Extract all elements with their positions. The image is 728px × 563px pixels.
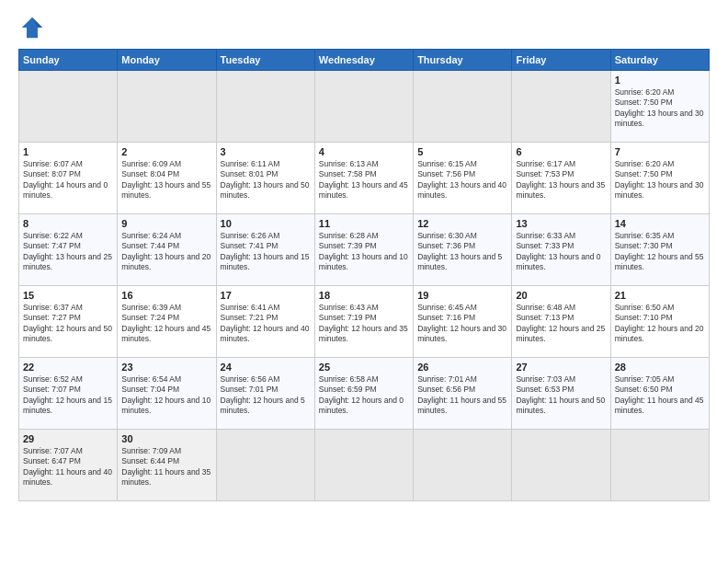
cell-info: Sunrise: 6:09 AM Sunset: 8:04 PM Dayligh… <box>121 159 211 201</box>
cell-info: Sunrise: 6:35 AM Sunset: 7:30 PM Dayligh… <box>615 231 705 273</box>
calendar-cell <box>216 71 314 143</box>
day-header-friday: Friday <box>512 50 610 71</box>
calendar-cell <box>19 71 118 143</box>
day-number: 4 <box>319 146 409 157</box>
cell-info: Sunrise: 6:58 AM Sunset: 6:59 PM Dayligh… <box>319 374 409 417</box>
calendar-cell: 25Sunrise: 6:58 AM Sunset: 6:59 PM Dayli… <box>314 358 413 430</box>
calendar-cell <box>512 430 610 501</box>
calendar-cell: 17Sunrise: 6:41 AM Sunset: 7:21 PM Dayli… <box>216 286 314 358</box>
day-number: 15 <box>23 290 113 301</box>
calendar-cell: 26Sunrise: 7:01 AM Sunset: 6:56 PM Dayli… <box>414 358 512 430</box>
day-number: 11 <box>319 218 409 229</box>
cell-info: Sunrise: 6:56 AM Sunset: 7:01 PM Dayligh… <box>221 374 311 417</box>
day-number: 28 <box>615 362 705 373</box>
day-number: 3 <box>221 146 311 157</box>
day-number: 14 <box>615 218 705 229</box>
day-header-tuesday: Tuesday <box>216 50 314 71</box>
cell-info: Sunrise: 6:20 AM Sunset: 7:50 PM Dayligh… <box>615 87 705 130</box>
day-header-sunday: Sunday <box>19 50 118 71</box>
calendar-cell <box>414 430 512 501</box>
week-row-3: 15Sunrise: 6:37 AM Sunset: 7:27 PM Dayli… <box>19 286 710 358</box>
calendar-page: SundayMondayTuesdayWednesdayThursdayFrid… <box>0 0 728 563</box>
week-row-5: 29Sunrise: 7:07 AM Sunset: 6:47 PM Dayli… <box>19 430 710 501</box>
day-number: 25 <box>319 362 409 373</box>
day-number: 29 <box>23 433 113 444</box>
cell-info: Sunrise: 6:50 AM Sunset: 7:10 PM Dayligh… <box>615 303 705 345</box>
cell-info: Sunrise: 7:05 AM Sunset: 6:50 PM Dayligh… <box>615 374 705 417</box>
day-number: 13 <box>516 218 606 229</box>
calendar-cell <box>414 71 512 143</box>
cell-info: Sunrise: 7:03 AM Sunset: 6:53 PM Dayligh… <box>516 374 606 417</box>
calendar-cell: 12Sunrise: 6:30 AM Sunset: 7:36 PM Dayli… <box>414 214 512 286</box>
day-number: 30 <box>121 433 211 444</box>
day-number: 18 <box>319 290 409 301</box>
day-header-thursday: Thursday <box>414 50 512 71</box>
calendar-cell: 20Sunrise: 6:48 AM Sunset: 7:13 PM Dayli… <box>512 286 610 358</box>
week-row-1: 1Sunrise: 6:07 AM Sunset: 8:07 PM Daylig… <box>19 143 710 214</box>
cell-info: Sunrise: 6:17 AM Sunset: 7:53 PM Dayligh… <box>516 159 606 201</box>
calendar-cell: 16Sunrise: 6:39 AM Sunset: 7:24 PM Dayli… <box>118 286 216 358</box>
calendar-cell: 22Sunrise: 6:52 AM Sunset: 7:07 PM Dayli… <box>19 358 118 430</box>
day-number: 9 <box>121 218 211 229</box>
day-number: 1 <box>23 146 113 157</box>
day-header-monday: Monday <box>118 50 216 71</box>
calendar-cell: 19Sunrise: 6:45 AM Sunset: 7:16 PM Dayli… <box>414 286 512 358</box>
day-number: 19 <box>417 290 507 301</box>
day-number: 10 <box>221 218 311 229</box>
cell-info: Sunrise: 6:30 AM Sunset: 7:36 PM Dayligh… <box>417 231 507 273</box>
cell-info: Sunrise: 6:07 AM Sunset: 8:07 PM Dayligh… <box>23 159 113 201</box>
calendar-cell <box>610 430 709 501</box>
calendar-cell: 24Sunrise: 6:56 AM Sunset: 7:01 PM Dayli… <box>216 358 314 430</box>
day-number: 24 <box>221 362 311 373</box>
day-header-saturday: Saturday <box>610 50 709 71</box>
cell-info: Sunrise: 6:39 AM Sunset: 7:24 PM Dayligh… <box>121 303 211 345</box>
calendar-cell: 13Sunrise: 6:33 AM Sunset: 7:33 PM Dayli… <box>512 214 610 286</box>
week-row-4: 22Sunrise: 6:52 AM Sunset: 7:07 PM Dayli… <box>19 358 710 430</box>
cell-info: Sunrise: 6:45 AM Sunset: 7:16 PM Dayligh… <box>417 303 507 345</box>
day-header-wednesday: Wednesday <box>314 50 413 71</box>
cell-info: Sunrise: 6:41 AM Sunset: 7:21 PM Dayligh… <box>221 303 311 345</box>
calendar-cell: 11Sunrise: 6:28 AM Sunset: 7:39 PM Dayli… <box>314 214 413 286</box>
day-number: 22 <box>23 362 113 373</box>
calendar-cell: 5Sunrise: 6:15 AM Sunset: 7:56 PM Daylig… <box>414 143 512 214</box>
calendar-cell: 27Sunrise: 7:03 AM Sunset: 6:53 PM Dayli… <box>512 358 610 430</box>
day-number: 2 <box>121 146 211 157</box>
day-number: 8 <box>23 218 113 229</box>
calendar-table: SundayMondayTuesdayWednesdayThursdayFrid… <box>18 49 710 501</box>
cell-info: Sunrise: 6:33 AM Sunset: 7:33 PM Dayligh… <box>516 231 606 273</box>
day-number: 17 <box>221 290 311 301</box>
calendar-cell: 10Sunrise: 6:26 AM Sunset: 7:41 PM Dayli… <box>216 214 314 286</box>
calendar-cell: 2Sunrise: 6:09 AM Sunset: 8:04 PM Daylig… <box>118 143 216 214</box>
day-number: 21 <box>615 290 705 301</box>
day-number: 27 <box>516 362 606 373</box>
calendar-cell: 6Sunrise: 6:17 AM Sunset: 7:53 PM Daylig… <box>512 143 610 214</box>
day-number: 26 <box>417 362 507 373</box>
cell-info: Sunrise: 6:52 AM Sunset: 7:07 PM Dayligh… <box>23 374 113 417</box>
day-number: 7 <box>615 146 705 157</box>
day-number: 1 <box>615 75 705 86</box>
calendar-cell: 1Sunrise: 6:20 AM Sunset: 7:50 PM Daylig… <box>610 71 709 143</box>
cell-info: Sunrise: 6:54 AM Sunset: 7:04 PM Dayligh… <box>121 374 211 417</box>
cell-info: Sunrise: 6:43 AM Sunset: 7:19 PM Dayligh… <box>319 303 409 345</box>
calendar-cell: 14Sunrise: 6:35 AM Sunset: 7:30 PM Dayli… <box>610 214 709 286</box>
cell-info: Sunrise: 6:24 AM Sunset: 7:44 PM Dayligh… <box>121 231 211 273</box>
calendar-cell: 4Sunrise: 6:13 AM Sunset: 7:58 PM Daylig… <box>314 143 413 214</box>
calendar-cell: 1Sunrise: 6:07 AM Sunset: 8:07 PM Daylig… <box>19 143 118 214</box>
calendar-cell: 7Sunrise: 6:20 AM Sunset: 7:50 PM Daylig… <box>610 143 709 214</box>
cell-info: Sunrise: 6:48 AM Sunset: 7:13 PM Dayligh… <box>516 303 606 345</box>
week-row-0: 1Sunrise: 6:20 AM Sunset: 7:50 PM Daylig… <box>19 71 710 143</box>
calendar-cell: 21Sunrise: 6:50 AM Sunset: 7:10 PM Dayli… <box>610 286 709 358</box>
calendar-cell: 28Sunrise: 7:05 AM Sunset: 6:50 PM Dayli… <box>610 358 709 430</box>
cell-info: Sunrise: 6:22 AM Sunset: 7:47 PM Dayligh… <box>23 231 113 273</box>
calendar-cell: 15Sunrise: 6:37 AM Sunset: 7:27 PM Dayli… <box>19 286 118 358</box>
calendar-cell: 9Sunrise: 6:24 AM Sunset: 7:44 PM Daylig… <box>118 214 216 286</box>
cell-info: Sunrise: 6:28 AM Sunset: 7:39 PM Dayligh… <box>319 231 409 273</box>
logo-icon <box>18 14 46 41</box>
calendar-cell: 30Sunrise: 7:09 AM Sunset: 6:44 PM Dayli… <box>118 430 216 501</box>
day-number: 12 <box>417 218 507 229</box>
day-number: 5 <box>417 146 507 157</box>
logo <box>18 14 50 41</box>
cell-info: Sunrise: 6:26 AM Sunset: 7:41 PM Dayligh… <box>221 231 311 273</box>
day-number: 23 <box>121 362 211 373</box>
calendar-cell: 18Sunrise: 6:43 AM Sunset: 7:19 PM Dayli… <box>314 286 413 358</box>
